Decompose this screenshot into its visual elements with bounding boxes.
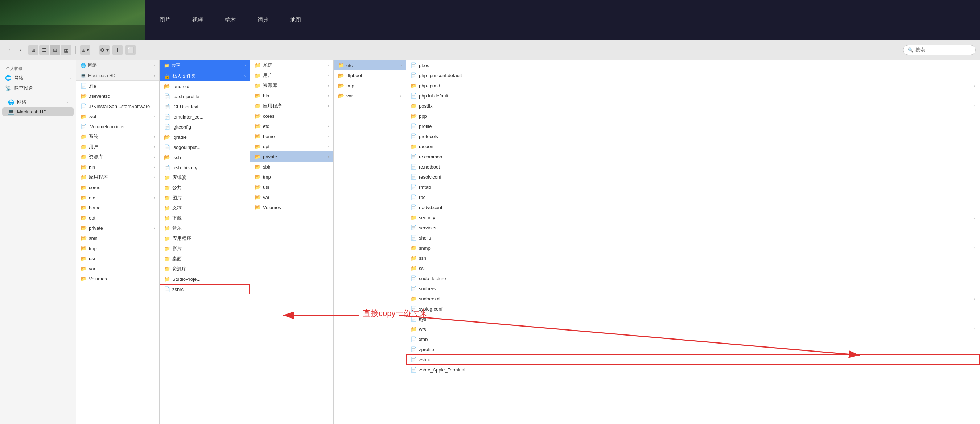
- list-item[interactable]: 📄rtadvd.conf: [406, 202, 980, 212]
- list-item[interactable]: 📄.VolumeIcon.icns: [76, 121, 159, 132]
- list-item[interactable]: 📁系统›: [76, 132, 159, 142]
- list-item[interactable]: 📄ttys: [406, 314, 980, 324]
- list-item[interactable]: 📄zshrc_Apple_Terminal: [406, 365, 980, 375]
- list-item[interactable]: 📁影片: [159, 243, 250, 254]
- list-item[interactable]: 📂var›: [334, 91, 406, 101]
- gallery-view-btn[interactable]: ▦: [61, 45, 71, 55]
- list-item[interactable]: 📁资源库: [159, 264, 250, 274]
- list-item[interactable]: 📂.ssh: [159, 152, 250, 162]
- list-item[interactable]: 📄zshrc: [406, 354, 980, 365]
- list-item[interactable]: 📁StudioProje...: [159, 274, 250, 284]
- col2-selected-item[interactable]: 🔒 私人文件夹 ›: [159, 71, 250, 81]
- list-item[interactable]: 📂php-fpm.d›: [406, 81, 980, 91]
- list-item[interactable]: 📁资源库›: [250, 81, 333, 91]
- list-item[interactable]: 📄.gitconfig: [159, 122, 250, 132]
- list-item[interactable]: 📂sbin: [76, 233, 159, 243]
- list-item[interactable]: 📁图片: [159, 193, 250, 203]
- list-item[interactable]: 📂Volumes: [76, 274, 159, 284]
- list-item[interactable]: 📂ppp: [406, 111, 980, 121]
- list-item[interactable]: 📁桌面: [159, 254, 250, 264]
- list-item[interactable]: 📂bin›: [250, 91, 333, 101]
- list-item[interactable]: 📂var: [250, 192, 333, 202]
- list-item[interactable]: 📁资源库›: [76, 152, 159, 162]
- tag-btn[interactable]: ⬜: [126, 45, 136, 55]
- list-item[interactable]: 📄services: [406, 222, 980, 233]
- list-item[interactable]: 📂usr: [250, 182, 333, 192]
- list-item[interactable]: 📂etc›: [250, 121, 333, 131]
- column-view-btn[interactable]: ⊟: [50, 45, 60, 55]
- list-item[interactable]: 📂.vol›: [76, 111, 159, 121]
- list-item[interactable]: 📄php.ini.default: [406, 91, 980, 101]
- list-item[interactable]: 📄protocols: [406, 131, 980, 141]
- list-item[interactable]: 📂sbin: [250, 162, 333, 172]
- tab-map[interactable]: 地图: [286, 14, 305, 26]
- list-item[interactable]: 📄.sogouinput...: [159, 142, 250, 152]
- list-item[interactable]: 📁公共: [159, 183, 250, 193]
- list-item[interactable]: 📂usr: [76, 253, 159, 264]
- search-input[interactable]: [915, 47, 971, 52]
- list-item[interactable]: 📁应用程序›: [250, 101, 333, 111]
- list-item[interactable]: 📁用户›: [76, 142, 159, 152]
- list-item[interactable]: 📁废纸篓: [159, 173, 250, 183]
- icon-view-btn[interactable]: ⊞: [28, 45, 38, 55]
- list-item[interactable]: 📂.android: [159, 81, 250, 91]
- list-item[interactable]: 📁文稿: [159, 203, 250, 213]
- list-item[interactable]: 📄.file: [76, 81, 159, 91]
- list-item[interactable]: 📄sudoers: [406, 283, 980, 294]
- tab-dictionary[interactable]: 词典: [254, 14, 272, 26]
- list-item[interactable]: 📂var: [76, 264, 159, 274]
- list-item[interactable]: 📄zshrc: [159, 284, 250, 294]
- list-item[interactable]: 📄resolv.conf: [406, 172, 980, 182]
- list-item[interactable]: 📂tmp: [334, 81, 406, 91]
- tab-images[interactable]: 图片: [156, 14, 174, 26]
- list-item[interactable]: 📁应用程序: [159, 233, 250, 243]
- list-item[interactable]: 📂etc›: [76, 192, 159, 203]
- list-item[interactable]: 📂.fseventsd: [76, 91, 159, 101]
- list-item[interactable]: 📁sudoers.d›: [406, 294, 980, 304]
- list-item[interactable]: 📄xtab: [406, 334, 980, 344]
- list-item[interactable]: 📁ssl: [406, 263, 980, 273]
- list-item[interactable]: 📁下载: [159, 213, 250, 223]
- list-item[interactable]: 📄profile: [406, 121, 980, 131]
- list-item[interactable]: 📁wfs›: [406, 324, 980, 334]
- tab-academic[interactable]: 学术: [221, 14, 239, 26]
- grid-options-btn[interactable]: ⊞ ▾: [80, 45, 90, 55]
- list-item[interactable]: 📁security›: [406, 212, 980, 222]
- list-item[interactable]: 📁snmp›: [406, 243, 980, 253]
- list-item[interactable]: 📂tftpboot: [334, 70, 406, 81]
- list-item[interactable]: 📂Volumes: [250, 202, 333, 212]
- list-item[interactable]: 📂private›: [76, 223, 159, 233]
- list-item[interactable]: 📁应用程序›: [76, 172, 159, 182]
- list-item[interactable]: 📂tmp: [250, 172, 333, 182]
- tab-video[interactable]: 视频: [189, 14, 207, 26]
- list-item[interactable]: 📄rc.common: [406, 151, 980, 162]
- share-btn[interactable]: ⬆: [113, 45, 123, 55]
- sidebar-item-network2[interactable]: 🌐 网络 ›: [2, 97, 74, 107]
- gear-btn[interactable]: ⚙ ▾: [99, 45, 110, 55]
- list-item[interactable]: 📄.PKInstallSan...stemSoftware: [76, 101, 159, 111]
- list-item[interactable]: 📄sudo_lecture: [406, 273, 980, 283]
- list-item[interactable]: 📄zprofile: [406, 344, 980, 354]
- list-item[interactable]: 📄rmtab: [406, 182, 980, 192]
- list-item[interactable]: 📂private›: [250, 151, 333, 162]
- list-item[interactable]: 📂bin›: [76, 162, 159, 172]
- list-item[interactable]: 📄shells: [406, 233, 980, 243]
- list-item[interactable]: 📂home: [76, 203, 159, 213]
- list-item[interactable]: 📄.bash_profile: [159, 91, 250, 102]
- list-item[interactable]: 📁用户›: [250, 70, 333, 81]
- list-item[interactable]: 📂home›: [250, 131, 333, 141]
- list-item[interactable]: 📄rpc: [406, 192, 980, 202]
- list-item[interactable]: 📄pt.os: [406, 60, 980, 70]
- list-item[interactable]: 📄rc.netboot: [406, 162, 980, 172]
- sidebar-item-network[interactable]: 🌐 网络 ›: [0, 73, 76, 83]
- list-item[interactable]: 📄php-fpm.conf.default: [406, 70, 980, 81]
- list-item[interactable]: 📁etc›: [334, 60, 406, 70]
- list-item[interactable]: 📁系统›: [250, 60, 333, 70]
- forward-button[interactable]: ›: [15, 45, 25, 55]
- back-button[interactable]: ‹: [4, 45, 14, 55]
- list-item[interactable]: 📁postfix›: [406, 101, 980, 111]
- list-item[interactable]: 📂opt: [76, 213, 159, 223]
- list-item[interactable]: 📂.gradle: [159, 132, 250, 142]
- list-view-btn[interactable]: ☰: [39, 45, 49, 55]
- list-item[interactable]: 📁racoon›: [406, 141, 980, 151]
